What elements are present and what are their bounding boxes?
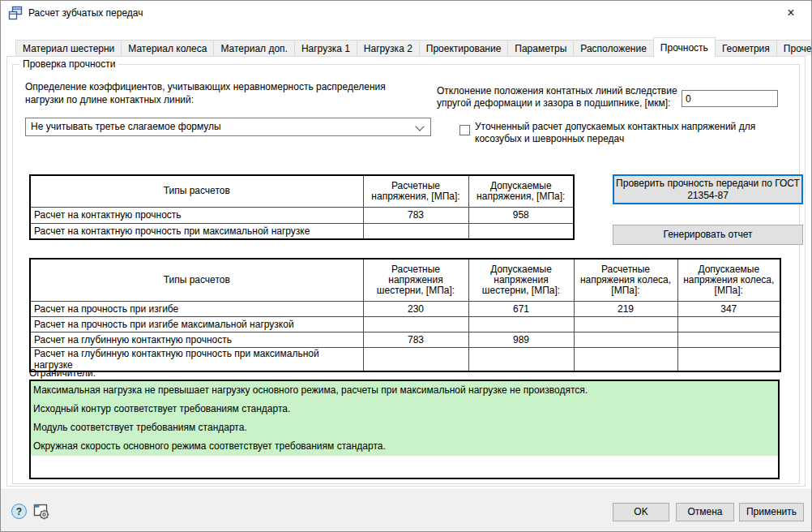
title-bar: Расчет зубчатых передач ×: [1, 1, 811, 25]
table-header-cell: Допускаемые напряжения шестерни, [МПа]:: [468, 259, 574, 301]
tab-proektirovanie[interactable]: Проектирование: [419, 40, 509, 56]
limiters-listbox[interactable]: Максимальная нагрузка не превышает нагру…: [29, 380, 780, 479]
apply-button[interactable]: Применить: [739, 503, 804, 521]
table-row: Расчет на прочность при изгибе 230 671 2…: [30, 301, 780, 316]
tab-strip: Материал шестерни Материал колеса Матери…: [15, 37, 812, 56]
table-row: Расчет на контактную прочность при макси…: [30, 223, 574, 239]
tab-material-kolesa[interactable]: Материал колеса: [121, 40, 214, 56]
table-cell: 671: [468, 301, 574, 316]
limiter-item[interactable]: Исходный контур соответствует требования…: [31, 400, 778, 418]
table-cell: 783: [363, 332, 468, 347]
tab-prochnost[interactable]: Прочность: [653, 37, 716, 57]
table-cell: [574, 316, 677, 332]
table-cell: [363, 316, 468, 332]
table-cell: [363, 347, 468, 371]
table-cell: [677, 316, 780, 332]
generate-report-button[interactable]: Генерировать отчет: [613, 225, 803, 245]
table-cell: Расчет на глубинную контактную прочность: [30, 332, 363, 347]
tab-material-dop[interactable]: Материал доп.: [213, 40, 294, 56]
table-cell: 230: [363, 301, 468, 316]
table-cell: 783: [363, 207, 468, 223]
table-header-cell: Расчетные напряжения колеса, [МПа]:: [574, 259, 677, 301]
table-header-cell: Допускаемые напряжения, [МПа]:: [468, 175, 574, 207]
table-header-cell: Типы расчетов: [30, 259, 363, 301]
table-row: Расчет на глубинную контактную прочность…: [30, 332, 780, 347]
cancel-button[interactable]: Отмена: [676, 503, 734, 521]
table-cell: [574, 347, 677, 371]
tab-raspolozhenie[interactable]: Расположение: [573, 40, 654, 56]
limiter-item[interactable]: Модуль соответствует требованиям стандар…: [31, 418, 778, 437]
table-header-cell: Допускаемые напряжения колеса, [МПа]:: [677, 259, 780, 301]
refine-checkbox[interactable]: [459, 125, 470, 135]
tab-nagruzka-2[interactable]: Нагрузка 2: [357, 40, 420, 56]
coeff-label: Определение коэффициентов, учитывающих н…: [25, 80, 418, 106]
contact-table: Типы расчетов Расчетные напряжения, [МПа…: [29, 174, 575, 240]
dialog-window: Расчет зубчатых передач × Материал шесте…: [0, 0, 812, 532]
limiter-item[interactable]: Максимальная нагрузка не превышает нагру…: [31, 381, 778, 400]
ok-button[interactable]: OK: [613, 503, 669, 521]
settings-icon[interactable]: [33, 503, 49, 520]
close-icon[interactable]: ×: [780, 4, 801, 22]
refine-checkbox-label: Уточненный расчет допускаемых контактных…: [475, 121, 795, 145]
groupbox-title: Проверка прочности: [19, 58, 118, 70]
tab-geometriya[interactable]: Геометрия: [715, 40, 777, 56]
tab-prochee[interactable]: Прочее: [776, 40, 812, 56]
table-cell: 989: [468, 332, 574, 347]
app-icon: [8, 6, 23, 20]
table-row: Расчет на глубинную контактную прочность…: [30, 347, 780, 371]
bending-table: Типы расчетов Расчетные напряжения шесте…: [29, 258, 781, 372]
table-header-row: Типы расчетов Расчетные напряжения шесте…: [30, 259, 780, 301]
table-cell: Расчет на прочность при изгибе: [30, 301, 363, 316]
window-title: Расчет зубчатых передач: [28, 7, 143, 19]
limiter-item[interactable]: Окружная скорость основного режима соотв…: [31, 437, 778, 456]
table-cell: [468, 316, 574, 332]
table-cell: Расчет на прочность при изгибе максималь…: [30, 316, 363, 332]
table-row: Расчет на контактную прочность 783 958: [30, 207, 574, 223]
table-header-cell: Расчетные напряжения, [МПа]:: [363, 175, 468, 207]
table-cell: Расчет на контактную прочность: [30, 207, 363, 223]
table-header-row: Типы расчетов Расчетные напряжения, [МПа…: [30, 175, 574, 207]
tab-parametry[interactable]: Параметры: [507, 40, 574, 56]
table-cell: [468, 347, 574, 371]
table-cell: [468, 223, 574, 239]
table-cell: 347: [677, 301, 780, 316]
tab-nagruzka-1[interactable]: Нагрузка 1: [294, 40, 357, 56]
limiters-label: Ограничители:: [29, 367, 96, 380]
coeff-dropdown[interactable]: Не учитывать третье слагаемое формулы: [25, 118, 431, 136]
deviation-input[interactable]: [682, 90, 778, 107]
table-cell: Расчет на контактную прочность при макси…: [30, 223, 363, 239]
coeff-dropdown-value: Не учитывать третье слагаемое формулы: [31, 121, 221, 132]
table-header-cell: Типы расчетов: [30, 175, 363, 207]
table-row: Расчет на прочность при изгибе максималь…: [30, 316, 780, 332]
table-cell: 219: [574, 301, 677, 316]
tab-material-shesterni[interactable]: Материал шестерни: [15, 40, 122, 56]
table-cell: [574, 332, 677, 347]
table-cell: [363, 223, 468, 239]
chevron-down-icon: [415, 122, 424, 131]
table-cell: [677, 347, 780, 371]
check-strength-button[interactable]: Проверить прочность передачи по ГОСТ 213…: [613, 174, 803, 204]
help-icon[interactable]: ?: [11, 504, 27, 519]
deviation-label: Отклонение положения контатных линий всл…: [437, 85, 684, 109]
table-header-cell: Расчетные напряжения шестерни, [МПа]:: [363, 259, 468, 301]
table-cell: 958: [468, 207, 574, 223]
table-cell: [677, 332, 780, 347]
